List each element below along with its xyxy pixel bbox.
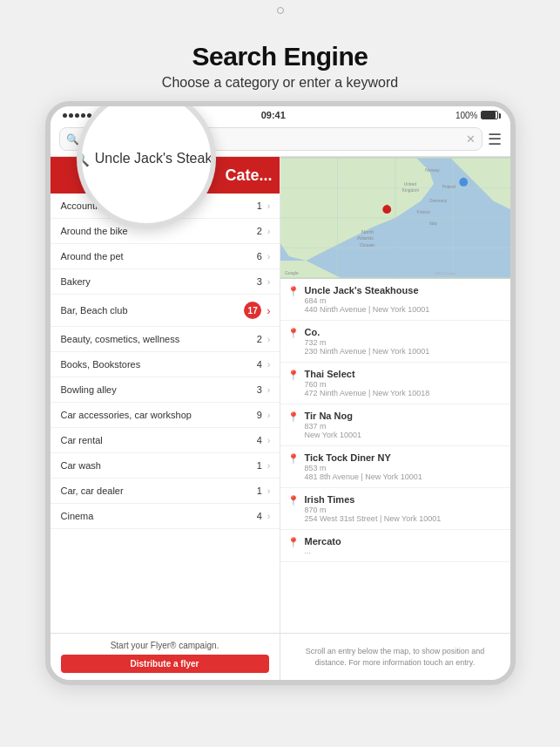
magnifier-search-icon: 🔍 xyxy=(77,151,90,167)
battery-percent: 100% xyxy=(455,111,478,120)
category-name: Around the pet xyxy=(61,251,257,261)
battery-icon xyxy=(481,111,498,119)
category-item[interactable]: Around the pet6› xyxy=(51,244,280,269)
svg-text:Norway: Norway xyxy=(425,168,440,173)
category-count: 3 xyxy=(257,384,262,395)
signal-dots xyxy=(63,113,91,118)
result-item[interactable]: 📍Mercato... xyxy=(280,530,510,562)
category-name: Car, car dealer xyxy=(61,486,257,496)
result-distance: 837 m xyxy=(305,422,503,431)
result-name: Thai Select xyxy=(305,369,503,379)
status-time: 09:41 xyxy=(261,110,286,120)
category-item[interactable]: Car accessories, car workshop9› xyxy=(51,403,280,428)
result-address: 254 West 31st Street | New York 10001 xyxy=(305,514,503,523)
category-count: 4 xyxy=(257,359,262,370)
banner-text: Cate... xyxy=(225,166,272,185)
category-name: Bowling alley xyxy=(61,384,257,395)
result-name: Tir Na Nog xyxy=(305,411,503,421)
category-item[interactable]: Car rental4› xyxy=(51,428,280,453)
category-item[interactable]: Bakery3› xyxy=(51,269,280,295)
search-icon: 🔍 xyxy=(66,133,79,146)
svg-text:Atlantic: Atlantic xyxy=(357,235,374,241)
result-distance: 732 m xyxy=(305,338,503,347)
result-name: Mercato xyxy=(305,536,503,547)
result-address: 472 Ninth Avenue | New York 10018 xyxy=(305,389,503,397)
category-chevron-icon: › xyxy=(267,226,271,236)
category-chevron-icon: › xyxy=(267,486,271,496)
category-chevron-icon: › xyxy=(267,435,271,445)
category-name: Around the bike xyxy=(61,226,257,236)
category-name: Beauty, cosmetics, wellness xyxy=(61,334,257,344)
category-chevron-icon: › xyxy=(267,460,271,471)
category-item[interactable]: Car, car dealer1› xyxy=(51,479,280,504)
page-header: Search Engine Choose a category or enter… xyxy=(145,17,415,101)
category-chevron-icon: › xyxy=(267,359,271,370)
tablet-frame: 🔍 Uncle Jack's Steakh 09:41 100% 🔍 Uncle… xyxy=(45,101,516,685)
result-distance: 870 m xyxy=(305,506,503,514)
result-name: Irish Times xyxy=(305,494,503,505)
map-area: North Atlantic Ocean United Kingdom Pola… xyxy=(280,157,510,279)
svg-text:United: United xyxy=(403,182,415,187)
svg-text:Germany: Germany xyxy=(429,199,448,203)
result-item[interactable]: 📍Tir Na Nog837 mNew York 10001 xyxy=(280,404,510,446)
hamburger-icon[interactable]: ☰ xyxy=(488,130,502,149)
right-panel: North Atlantic Ocean United Kingdom Pola… xyxy=(280,157,510,633)
content-area: Cate... Accounting1›Around the bike2›Aro… xyxy=(51,157,510,633)
page-title: Search Engine xyxy=(162,42,398,71)
result-info: Mercato... xyxy=(305,536,503,555)
category-item[interactable]: Cinema4› xyxy=(51,504,280,529)
left-panel: Cate... Accounting1›Around the bike2›Aro… xyxy=(51,157,280,633)
result-address: New York 10001 xyxy=(305,431,503,439)
result-distance: 760 m xyxy=(305,380,503,389)
status-battery: 100% xyxy=(455,111,498,120)
results-list: 📍Uncle Jack's Steakhouse684 m440 Ninth A… xyxy=(280,279,510,633)
page-subtitle: Choose a category or enter a keyword xyxy=(162,75,398,91)
category-name: Car rental xyxy=(61,435,257,445)
category-item[interactable]: Books, Bookstores4› xyxy=(51,352,280,377)
category-item[interactable]: Bowling alley3› xyxy=(51,377,280,403)
result-distance: 853 m xyxy=(305,464,503,472)
category-name: Bar, Beach club xyxy=(61,305,245,316)
category-count: 1 xyxy=(257,460,262,471)
result-name: Tick Tock Diner NY xyxy=(305,452,503,463)
category-count: 6 xyxy=(257,251,262,261)
category-count: 4 xyxy=(257,435,262,445)
bottom-left: Start your Flyer® campaign. Distribute a… xyxy=(51,634,280,680)
home-dot xyxy=(277,7,284,14)
category-name: Cinema xyxy=(61,511,257,521)
category-count: 17 xyxy=(244,302,261,319)
category-count: 1 xyxy=(257,200,262,211)
result-item[interactable]: 📍Irish Times870 m254 West 31st Street | … xyxy=(280,488,510,530)
category-chevron-icon: › xyxy=(267,410,271,420)
bottom-left-text: Start your Flyer® campaign. xyxy=(111,641,219,650)
category-count: 3 xyxy=(257,276,262,287)
category-name: Bakery xyxy=(61,276,257,287)
category-count: 9 xyxy=(257,410,262,420)
search-clear-icon[interactable]: ✕ xyxy=(466,132,476,146)
result-item[interactable]: 📍Uncle Jack's Steakhouse684 m440 Ninth A… xyxy=(280,279,510,321)
result-info: Tir Na Nog837 mNew York 10001 xyxy=(305,411,503,439)
category-chevron-icon: › xyxy=(267,304,270,317)
result-item[interactable]: 📍Tick Tock Diner NY853 m481 8th Avenue |… xyxy=(280,446,510,488)
category-chevron-icon: › xyxy=(267,251,271,261)
pin-icon: 📍 xyxy=(287,411,300,423)
pin-icon: 📍 xyxy=(287,453,300,465)
category-item[interactable]: Beauty, cosmetics, wellness2› xyxy=(51,327,280,352)
result-address: 230 Ninth Avenue | New York 10001 xyxy=(305,347,503,356)
result-item[interactable]: 📍Thai Select760 m472 Ninth Avenue | New … xyxy=(280,363,510,404)
category-chevron-icon: › xyxy=(267,511,271,521)
category-name: Car accessories, car workshop xyxy=(61,410,257,420)
category-count: 2 xyxy=(257,226,262,236)
distribute-button[interactable]: Distribute a flyer xyxy=(61,655,269,673)
category-item[interactable]: Car wash1› xyxy=(51,453,280,479)
svg-text:©2015 Google: ©2015 Google xyxy=(434,271,455,275)
pin-icon: 📍 xyxy=(287,328,300,339)
result-item[interactable]: 📍Co.732 m230 Ninth Avenue | New York 100… xyxy=(280,321,510,363)
category-name: Car wash xyxy=(61,460,257,471)
category-chevron-icon: › xyxy=(267,384,271,395)
pin-icon: 📍 xyxy=(287,495,300,506)
svg-text:North: North xyxy=(361,229,373,234)
result-info: Uncle Jack's Steakhouse684 m440 Ninth Av… xyxy=(305,285,503,314)
category-chevron-icon: › xyxy=(267,334,271,344)
category-item[interactable]: Bar, Beach club17› xyxy=(51,295,280,327)
